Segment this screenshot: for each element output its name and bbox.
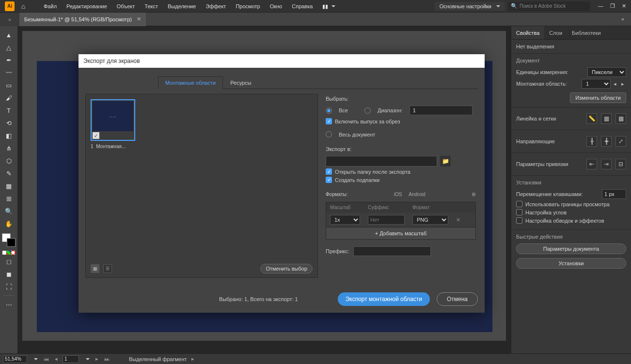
ruler-icon[interactable]: 📏 [586,113,597,124]
hand-tool[interactable]: ✋ [2,218,16,229]
artboard-page-dropdown[interactable] [83,356,91,362]
menu-window[interactable]: Окно [265,0,287,13]
grid-icon[interactable]: ▦ [601,113,612,124]
include-bleed-check[interactable]: Включить выпуск за обрез [326,118,476,124]
rectangle-tool[interactable]: ▭ [2,79,16,91]
eyedropper-tool[interactable]: ✎ [2,167,16,179]
status-fragment-menu-icon[interactable]: ▸ [190,356,195,362]
fill-stroke-swatch[interactable] [2,233,16,247]
export-button[interactable]: Экспорт монтажной области [338,292,430,306]
create-subfolders-check[interactable]: Создать подпапки [326,177,476,183]
tab-libraries[interactable]: Библиотеки [567,26,606,39]
add-scale-button[interactable]: + Добавить масштаб [326,227,475,239]
artboard-prev-icon[interactable]: ◂ [612,81,618,87]
document-tab-close-icon[interactable]: ✕ [137,16,141,22]
nav-prev-icon[interactable]: ◂ [54,356,59,362]
preset-ios[interactable]: iOS [394,192,402,197]
key-move-input[interactable] [602,189,626,199]
menu-select[interactable]: Выделение [163,0,201,13]
preset-android[interactable]: Android [409,192,425,197]
doc-setup-button[interactable]: Параметры документа [516,243,626,254]
window-minimize-icon[interactable]: — [598,3,603,9]
browse-folder-icon[interactable]: 📁 [440,156,451,167]
nav-last-icon[interactable]: ⏭ [103,356,110,362]
scale-select[interactable]: 1x [330,215,360,225]
format-select[interactable]: PNG [412,215,448,225]
draw-mode-behind[interactable]: ◼ [2,268,16,280]
open-after-check[interactable]: Открыть папку после экспорта [326,168,476,175]
range-input[interactable] [410,106,473,115]
suffix-input[interactable] [368,215,405,225]
document-tab[interactable]: Безымянный-1* @ 51,54% (RGB/Просмотр) ✕ [19,13,146,26]
selection-tool[interactable]: ▲ [2,29,16,41]
paintbrush-tool[interactable]: 🖌 [2,92,16,104]
artboard-tool[interactable]: ⊞ [2,193,16,204]
zoom-tool[interactable]: 🔍 [2,205,16,217]
menu-layout-icon[interactable]: ▮▮ [317,0,340,13]
rotate-tool[interactable]: ⟲ [2,117,16,129]
artboard-next-icon[interactable]: ▸ [619,81,626,87]
snap-pixel-icon[interactable]: ⊟ [615,159,626,169]
units-dropdown[interactable]: Пиксели [587,67,626,77]
menu-file[interactable]: Файл [39,0,62,13]
shape-builder-tool[interactable]: ⬡ [2,155,16,167]
zoom-dropdown-icon[interactable] [31,356,39,362]
gradient-tool[interactable]: ▦ [2,180,16,192]
scale-corners-check[interactable]: Настройка углов [516,209,626,215]
color-mode-row[interactable] [2,251,15,255]
artboard-page-input[interactable] [63,355,79,363]
menu-help[interactable]: Справка [287,0,317,13]
menu-edit[interactable]: Редактирование [62,0,112,13]
artboard-thumbnail[interactable]: ✓ [91,99,135,141]
edit-artboards-button[interactable]: Изменить области [570,92,626,103]
menu-effect[interactable]: Эффект [201,0,231,13]
zoom-input[interactable] [3,355,27,363]
screen-mode[interactable]: ⛶ [2,281,16,292]
dialog-tab-assets[interactable]: Ресурсы [223,76,258,89]
radio-all[interactable] [326,107,332,114]
draw-mode-normal[interactable]: ◻ [2,256,16,267]
home-icon[interactable]: ⌂ [17,0,29,12]
window-restore-icon[interactable]: ❐ [610,3,615,9]
tab-properties[interactable]: Свойства [511,26,544,39]
smart-guides-icon[interactable]: ⤢ [615,136,626,147]
tab-layers[interactable]: Слои [544,26,567,39]
radio-full-document[interactable] [326,131,332,137]
menu-text[interactable]: Текст [140,0,163,13]
direct-selection-tool[interactable]: △ [2,42,16,53]
guides-lock-icon[interactable]: ╋ [601,136,612,147]
artboard-dropdown[interactable]: 1 [582,79,611,89]
stock-search[interactable]: 🔍 Поиск в Adobe Stock [508,1,590,11]
transparency-grid-icon[interactable]: ▩ [615,113,626,124]
width-tool[interactable]: ⋔ [2,142,16,154]
window-close-icon[interactable]: ✕ [622,3,626,9]
panel-toggle-left[interactable]: » [0,13,19,26]
snap-point-icon[interactable]: ⇤ [586,159,597,169]
export-path-input[interactable] [326,156,437,167]
eraser-tool[interactable]: ◧ [2,130,16,141]
preferences-button[interactable]: Установки [516,258,626,269]
prefix-input[interactable] [353,246,431,256]
use-preview-bounds-check[interactable]: Использовать границы просмотра [516,201,626,207]
radio-range[interactable] [364,107,371,114]
menu-view[interactable]: Просмотр [231,0,265,13]
delete-format-icon[interactable]: ✕ [452,214,462,226]
artboard-thumbnail-check[interactable]: ✓ [93,132,99,139]
dialog-tab-artboards[interactable]: Монтажные области [158,76,223,89]
cancel-button[interactable]: Отмена [437,292,478,306]
scale-strokes-check[interactable]: Настройка обводок и эффектов [516,217,626,224]
format-settings-icon[interactable]: ⚙ [472,192,476,197]
panel-toggle-right[interactable]: « [621,16,628,23]
nav-first-icon[interactable]: ⏮ [43,356,50,362]
edit-toolbar[interactable]: ⋯ [2,299,16,310]
clear-selection-button[interactable]: Отменить выбор [260,264,313,273]
menu-object[interactable]: Объект [112,0,140,13]
thumb-grid-view-icon[interactable]: ▦ [91,264,99,273]
thumb-list-view-icon[interactable]: ☰ [103,264,112,273]
pen-tool[interactable]: ✒ [2,54,16,66]
type-tool[interactable]: T [2,105,16,116]
guides-show-icon[interactable]: ╂ [586,136,597,147]
workspace-switcher[interactable]: Основные настройки [435,2,505,11]
nav-next-icon[interactable]: ▸ [95,356,99,362]
curvature-tool[interactable]: 〰 [2,67,16,78]
